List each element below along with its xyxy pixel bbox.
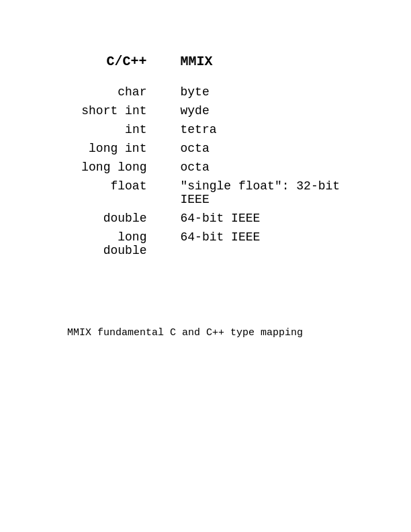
cpp-type-cell: long double <box>67 228 173 260</box>
header-cpp: C/C++ <box>67 54 173 83</box>
table-header-row: C/C++ MMIX <box>67 54 371 83</box>
cpp-type-cell: long int <box>67 139 173 158</box>
cpp-type-cell: long long <box>67 158 173 177</box>
cpp-type-cell: short int <box>67 101 173 120</box>
table-row: double64-bit IEEE <box>67 209 371 228</box>
table-row: short intwyde <box>67 101 371 120</box>
table-row: inttetra <box>67 120 371 139</box>
mmix-type-cell: byte <box>173 83 371 101</box>
mmix-type-cell: tetra <box>173 120 371 139</box>
type-mapping-table: C/C++ MMIX charbyteshort intwydeinttetra… <box>67 54 371 260</box>
page-container: C/C++ MMIX charbyteshort intwydeinttetra… <box>0 0 411 532</box>
mmix-type-cell: wyde <box>173 101 371 120</box>
cpp-type-cell: double <box>67 209 173 228</box>
table-row: long double64-bit IEEE <box>67 228 371 260</box>
table-row: float"single float": 32-bit IEEE <box>67 177 371 209</box>
cpp-type-cell: char <box>67 83 173 101</box>
cpp-type-cell: float <box>67 177 173 209</box>
mmix-type-cell: "single float": 32-bit IEEE <box>173 177 371 209</box>
mmix-type-cell: octa <box>173 158 371 177</box>
mmix-type-cell: octa <box>173 139 371 158</box>
table-row: long intocta <box>67 139 371 158</box>
cpp-type-cell: int <box>67 120 173 139</box>
table-wrapper: C/C++ MMIX charbyteshort intwydeinttetra… <box>40 54 371 260</box>
table-row: charbyte <box>67 83 371 101</box>
mmix-type-cell: 64-bit IEEE <box>173 209 371 228</box>
header-mmix: MMIX <box>173 54 371 83</box>
mmix-type-cell: 64-bit IEEE <box>173 228 371 260</box>
table-caption: MMIX fundamental C and C++ type mapping <box>67 327 303 339</box>
table-row: long longocta <box>67 158 371 177</box>
